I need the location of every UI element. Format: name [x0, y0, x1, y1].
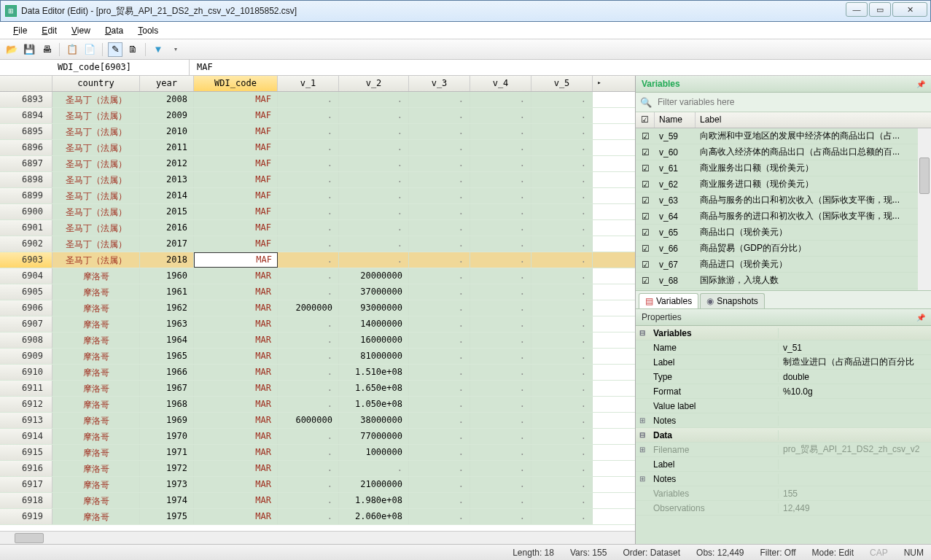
cell[interactable]: 2013: [140, 172, 194, 187]
cell[interactable]: .: [531, 92, 593, 107]
cell[interactable]: MAR: [194, 268, 278, 284]
table-row[interactable]: 6899圣马丁（法属）2014MAF.....: [0, 188, 635, 204]
cell[interactable]: .: [531, 445, 593, 460]
collapse-icon[interactable]: ⊟: [636, 431, 649, 439]
table-row[interactable]: 6906摩洛哥1962MAR200000093000000...: [0, 300, 635, 316]
cell[interactable]: .: [278, 188, 339, 203]
cell[interactable]: 1965: [140, 349, 194, 364]
table-row[interactable]: 6909摩洛哥1965MAR.81000000...: [0, 349, 635, 365]
variable-checkbox[interactable]: ☑: [636, 179, 655, 190]
variable-checkbox[interactable]: ☑: [636, 211, 655, 222]
cell[interactable]: 1.510e+08: [339, 365, 409, 380]
row-number[interactable]: 6907: [0, 316, 52, 332]
cell[interactable]: .: [531, 300, 593, 316]
more-cols-indicator[interactable]: ▸: [593, 76, 606, 91]
cell[interactable]: .: [470, 156, 531, 171]
cell[interactable]: .: [531, 332, 593, 348]
variable-checkbox[interactable]: ☑: [636, 260, 655, 270]
cell[interactable]: 摩洛哥: [52, 445, 140, 460]
cell[interactable]: MAR: [194, 349, 278, 364]
row-number[interactable]: 6894: [0, 108, 52, 123]
cell[interactable]: .: [339, 92, 409, 107]
cell[interactable]: 摩洛哥: [52, 397, 140, 412]
variable-checkbox[interactable]: ☑: [636, 244, 655, 254]
cell[interactable]: .: [278, 429, 339, 444]
cell[interactable]: .: [409, 236, 470, 252]
cell[interactable]: 21000000: [339, 477, 409, 492]
cell[interactable]: 1975: [140, 509, 194, 524]
cell[interactable]: 摩洛哥: [52, 477, 140, 492]
col-v1[interactable]: v_1: [278, 76, 339, 91]
cell[interactable]: .: [531, 108, 593, 123]
table-row[interactable]: 6901圣马丁（法属）2016MAF.....: [0, 220, 635, 236]
cell[interactable]: 2008: [140, 92, 194, 107]
variable-checkbox[interactable]: ☑: [636, 163, 655, 174]
table-row[interactable]: 6911摩洛哥1967MAR.1.650e+08...: [0, 381, 635, 397]
cell[interactable]: .: [409, 461, 470, 476]
horizontal-scrollbar[interactable]: [0, 531, 635, 544]
cell-value-box[interactable]: MAF: [190, 60, 931, 75]
cell[interactable]: .: [470, 252, 531, 268]
col-v4[interactable]: v_4: [470, 76, 531, 91]
cell[interactable]: .: [339, 236, 409, 252]
cell[interactable]: .: [339, 252, 409, 268]
cell[interactable]: 1962: [140, 300, 194, 316]
cell[interactable]: 38000000: [339, 413, 409, 428]
cell[interactable]: 摩洛哥: [52, 284, 140, 300]
cell[interactable]: .: [339, 461, 409, 476]
row-number[interactable]: 6902: [0, 236, 52, 252]
cell[interactable]: 圣马丁（法属）: [52, 140, 140, 155]
cell[interactable]: .: [409, 429, 470, 444]
row-number[interactable]: 6904: [0, 268, 52, 284]
cell[interactable]: .: [278, 268, 339, 284]
table-row[interactable]: 6896圣马丁（法属）2011MAF.....: [0, 140, 635, 156]
cell[interactable]: .: [278, 493, 339, 508]
variable-row[interactable]: ☑v_63商品与服务的出口和初次收入（国际收支平衡，现...: [636, 192, 931, 209]
variable-row[interactable]: ☑v_65商品出口（现价美元）: [636, 225, 931, 241]
row-number[interactable]: 6905: [0, 284, 52, 300]
cell[interactable]: .: [531, 349, 593, 364]
cell[interactable]: 16000000: [339, 332, 409, 348]
cell[interactable]: 1960: [140, 268, 194, 284]
cell[interactable]: .: [470, 509, 531, 524]
print-icon[interactable]: 🖶: [39, 42, 54, 57]
cell[interactable]: .: [278, 445, 339, 460]
variable-checkbox[interactable]: ☑: [636, 228, 655, 238]
table-row[interactable]: 6914摩洛哥1970MAR.77000000...: [0, 429, 635, 445]
cell[interactable]: 1973: [140, 477, 194, 492]
vars-col-name[interactable]: Name: [655, 112, 696, 128]
cell[interactable]: .: [531, 365, 593, 380]
cell[interactable]: .: [409, 204, 470, 219]
table-row[interactable]: 6910摩洛哥1966MAR.1.510e+08...: [0, 365, 635, 381]
cell[interactable]: MAF: [194, 108, 278, 123]
cell[interactable]: 2012: [140, 156, 194, 171]
table-row[interactable]: 6912摩洛哥1968MAR.1.050e+08...: [0, 397, 635, 413]
cell[interactable]: .: [531, 188, 593, 203]
cell[interactable]: MAR: [194, 316, 278, 332]
cell[interactable]: .: [470, 172, 531, 187]
cell[interactable]: MAF: [194, 156, 278, 171]
cell[interactable]: .: [470, 365, 531, 380]
row-number[interactable]: 6896: [0, 140, 52, 155]
cell[interactable]: .: [531, 204, 593, 219]
cell[interactable]: .: [278, 124, 339, 139]
cell[interactable]: .: [278, 509, 339, 524]
row-number[interactable]: 6895: [0, 124, 52, 139]
cell[interactable]: .: [278, 332, 339, 348]
cell[interactable]: .: [470, 461, 531, 476]
menu-edit[interactable]: Edit: [36, 23, 63, 38]
cell[interactable]: 摩洛哥: [52, 381, 140, 396]
row-number[interactable]: 6893: [0, 92, 52, 107]
variable-row[interactable]: ☑v_59向欧洲和中亚地区的发展中经济体的商品出口（占...: [636, 128, 931, 144]
cell[interactable]: .: [470, 140, 531, 155]
cell[interactable]: .: [470, 493, 531, 508]
table-row[interactable]: 6900圣马丁（法属）2015MAF.....: [0, 204, 635, 220]
cell[interactable]: .: [339, 188, 409, 203]
select-all-checkbox[interactable]: ☑: [636, 112, 655, 128]
cell[interactable]: .: [531, 220, 593, 236]
cell[interactable]: 圣马丁（法属）: [52, 108, 140, 123]
cell[interactable]: 2000000: [278, 300, 339, 316]
variable-row[interactable]: ☑v_61商业服务出口额（现价美元）: [636, 160, 931, 176]
row-number[interactable]: 6911: [0, 381, 52, 396]
cell[interactable]: 77000000: [339, 429, 409, 444]
